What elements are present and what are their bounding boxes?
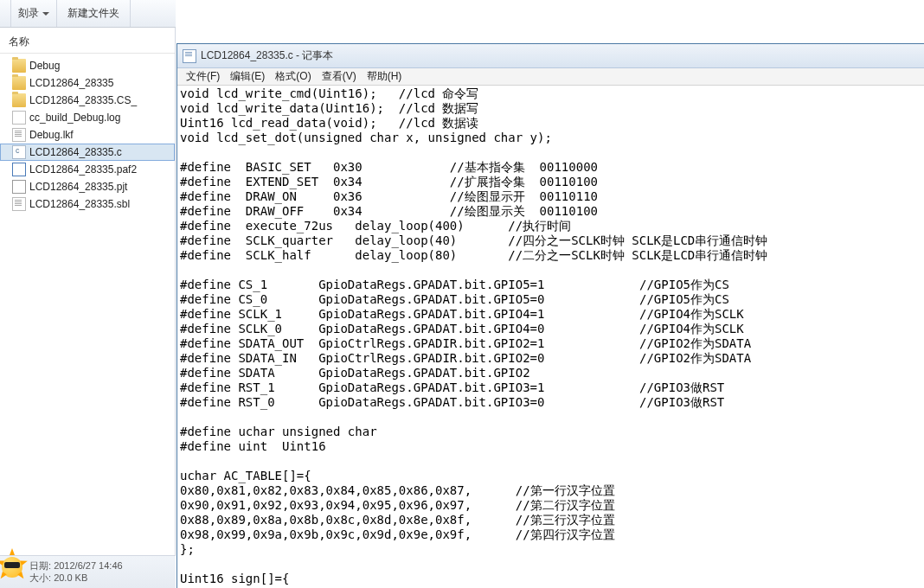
date-value: 2012/6/27 14:46: [54, 560, 123, 571]
file-item[interactable]: LCD12864_28335.pjt: [0, 178, 175, 195]
file-item[interactable]: cc_build_Debug.log: [0, 109, 175, 126]
c-icon: [12, 145, 26, 159]
file-name: LCD12864_28335: [29, 77, 113, 89]
file-item[interactable]: LCD12864_28335.c: [0, 144, 175, 161]
chevron-down-icon: [42, 12, 49, 16]
new-folder-button[interactable]: 新建文件夹: [57, 0, 131, 27]
notepad-content[interactable]: void lcd_write_cmd(Uint16); //lcd 命令写 vo…: [177, 86, 924, 588]
menu-file[interactable]: 文件(F): [181, 67, 225, 86]
file-name: LCD12864_28335.c: [29, 146, 122, 158]
file-item[interactable]: LCD12864_28335.paf2: [0, 161, 175, 178]
burn-button[interactable]: 刻录: [10, 0, 57, 27]
explorer-toolbar: 刻录 新建文件夹: [0, 0, 176, 28]
txt-icon: [12, 197, 26, 211]
paf-icon: [12, 163, 26, 176]
folder-icon: [12, 93, 26, 107]
file-name: LCD12864_28335.sbl: [29, 198, 130, 210]
txt-icon: [12, 128, 26, 142]
size-label: 大小:: [29, 572, 51, 583]
file-item[interactable]: LCD12864_28335.CS_: [0, 92, 175, 109]
notepad-titlebar[interactable]: LCD12864_28335.c - 记事本: [177, 44, 924, 68]
file-list: DebugLCD12864_28335LCD12864_28335.CS_cc_…: [0, 54, 175, 216]
menu-view[interactable]: 查看(V): [317, 67, 362, 86]
menu-help[interactable]: 帮助(H): [362, 67, 407, 86]
file-name: Debug: [29, 60, 60, 72]
folder-icon: [12, 76, 26, 90]
explorer-panel: 名称 DebugLCD12864_28335LCD12864_28335.CS_…: [0, 28, 176, 588]
new-folder-label: 新建文件夹: [67, 6, 119, 21]
file-name: LCD12864_28335.CS_: [29, 94, 137, 106]
notepad-window: LCD12864_28335.c - 记事本 文件(F) 编辑(E) 格式(O)…: [176, 43, 924, 588]
notepad-icon: [183, 49, 196, 63]
size-value: 20.0 KB: [54, 572, 87, 583]
file-item[interactable]: LCD12864_28335.sbl: [0, 195, 175, 213]
burn-label: 刻录: [18, 6, 39, 21]
code-text[interactable]: void lcd_write_cmd(Uint16); //lcd 命令写 vo…: [177, 86, 924, 587]
pjt-icon: [12, 180, 26, 194]
notepad-menubar: 文件(F) 编辑(E) 格式(O) 查看(V) 帮助(H): [177, 68, 924, 86]
menu-format[interactable]: 格式(O): [270, 67, 316, 86]
file-item[interactable]: Debug.lkf: [0, 126, 175, 144]
log-icon: [12, 111, 26, 125]
file-item[interactable]: Debug: [0, 57, 175, 74]
menu-edit[interactable]: 编辑(E): [225, 67, 270, 86]
sun-avatar-icon: [0, 550, 29, 585]
file-name: LCD12864_28335.paf2: [29, 163, 137, 176]
notepad-title: LCD12864_28335.c - 记事本: [201, 48, 333, 63]
file-name: Debug.lkf: [29, 129, 74, 141]
file-name: LCD12864_28335.pjt: [29, 181, 127, 193]
file-name: cc_build_Debug.log: [29, 112, 120, 124]
folder-icon: [12, 59, 26, 73]
file-item[interactable]: LCD12864_28335: [0, 74, 175, 92]
column-header-name[interactable]: 名称: [0, 28, 175, 54]
date-label: 日期:: [29, 560, 51, 571]
